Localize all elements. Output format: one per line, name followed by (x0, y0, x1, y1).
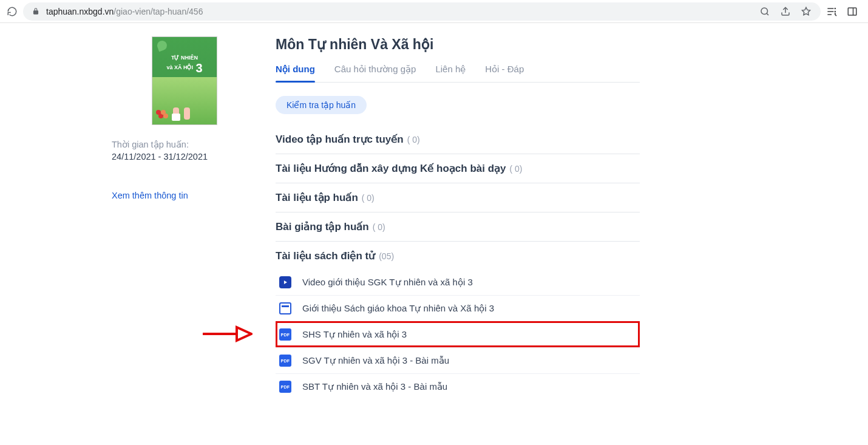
section-count: (05) (379, 251, 394, 261)
resource-list: Video giới thiệu SGK Tự nhiên và xã hội … (276, 270, 640, 399)
section-count: ( 0) (373, 222, 385, 232)
arrow-annotation-icon (200, 325, 253, 343)
tab-cau-hoi[interactable]: Câu hỏi thường gặp (334, 64, 416, 82)
page-title: Môn Tự nhiên Và Xã hội (276, 36, 640, 53)
training-time-label: Thời gian tập huấn: (112, 140, 257, 149)
cover-title: TỰ NHIÊN và XÃ HỘI 3 (152, 55, 217, 75)
section-video[interactable]: Video tập huấn trực tuyến ( 0) (276, 125, 640, 154)
tab-bar: Nội dung Câu hỏi thường gặp Liên hệ Hỏi … (276, 64, 640, 83)
section-title: Tài liệu Hướng dẫn xây dựng Kế hoạch bài… (276, 162, 506, 175)
search-icon[interactable] (759, 5, 771, 18)
star-icon[interactable] (800, 5, 812, 18)
reading-list-icon[interactable] (826, 5, 838, 18)
section-count: ( 0) (407, 135, 420, 144)
resource-title: SHS Tự nhiên và xã hội 3 (302, 329, 407, 340)
url-domain: taphuan.nxbgd.vn (46, 7, 114, 16)
section-count: ( 0) (362, 193, 375, 203)
page-body: TỰ NHIÊN và XÃ HỘI 3 Thời gian tập huấn:… (0, 23, 868, 399)
section-title: Tài liệu tập huấn (276, 191, 358, 204)
sidepanel-icon[interactable] (846, 5, 858, 18)
section-huong-dan[interactable]: Tài liệu Hướng dẫn xây dựng Kế hoạch bài… (276, 154, 640, 183)
section-count: ( 0) (510, 164, 523, 174)
resource-item[interactable]: Video giới thiệu SGK Tự nhiên và xã hội … (276, 270, 640, 295)
more-info-link[interactable]: Xem thêm thông tin (112, 191, 257, 200)
training-time-range: 24/11/2021 - 31/12/2021 (112, 152, 257, 161)
lock-icon (32, 7, 40, 16)
svg-rect-1 (848, 8, 856, 15)
section-title: Tài liệu sách điện tử (276, 250, 375, 262)
svg-point-0 (761, 8, 768, 15)
leaf-icon (156, 39, 169, 52)
tab-lien-he[interactable]: Liên hệ (435, 64, 466, 82)
section-tailieu[interactable]: Tài liệu tập huấn ( 0) (276, 183, 640, 212)
resource-title: SBT Tự nhiên và xã hội 3 - Bài mẫu (302, 381, 447, 392)
tab-noi-dung[interactable]: Nội dung (276, 64, 315, 82)
pdf-icon: PDF (279, 355, 291, 367)
section-title: Video tập huấn trực tuyến (276, 133, 404, 146)
resource-item-highlighted[interactable]: PDF SHS Tự nhiên và xã hội 3 (276, 321, 640, 347)
section-baigiang[interactable]: Bài giảng tập huấn ( 0) (276, 212, 640, 242)
url-text: taphuan.nxbgd.vn/giao-vien/tap-huan/456 (46, 7, 203, 16)
pdf-icon: PDF (279, 381, 291, 393)
section-sachdt: Tài liệu sách điện tử (05) Video giới th… (276, 242, 640, 399)
main-content: Môn Tự nhiên Và Xã hội Nội dung Câu hỏi … (276, 36, 700, 399)
resource-item[interactable]: PDF SGV Tự nhiên và xã hội 3 - Bài mẫu (276, 347, 640, 373)
tab-hoi-dap[interactable]: Hỏi - Đáp (485, 64, 524, 82)
pdf-icon: PDF (279, 328, 291, 341)
sidebar: TỰ NHIÊN và XÃ HỘI 3 Thời gian tập huấn:… (0, 36, 276, 399)
resource-item[interactable]: Giới thiệu Sách giáo khoa Tự nhiên và Xã… (276, 295, 640, 321)
url-path: /giao-vien/tap-huan/456 (114, 7, 203, 16)
reload-icon[interactable] (6, 5, 18, 18)
book-cover: TỰ NHIÊN và XÃ HỘI 3 (152, 36, 217, 125)
resource-title: Giới thiệu Sách giáo khoa Tự nhiên và Xã… (302, 303, 494, 314)
resource-item[interactable]: PDF SBT Tự nhiên và xã hội 3 - Bài mẫu (276, 373, 640, 399)
slide-icon (279, 302, 291, 314)
share-icon[interactable] (779, 5, 792, 18)
resource-title: SGV Tự nhiên và xã hội 3 - Bài mẫu (302, 355, 449, 366)
browser-toolbar: taphuan.nxbgd.vn/giao-vien/tap-huan/456 (0, 0, 868, 23)
section-title: Bài giảng tập huấn (276, 220, 369, 233)
address-bar[interactable]: taphuan.nxbgd.vn/giao-vien/tap-huan/456 (23, 2, 821, 21)
resource-title: Video giới thiệu SGK Tự nhiên và xã hội … (302, 277, 473, 288)
exam-chip[interactable]: Kiểm tra tập huấn (276, 96, 367, 114)
play-icon (279, 276, 291, 288)
